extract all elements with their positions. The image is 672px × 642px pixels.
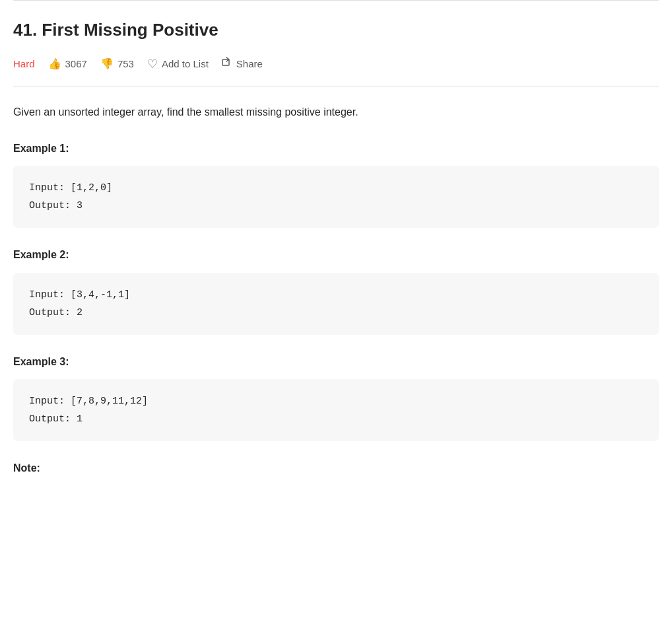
upvote-action[interactable]: 3067 [48, 55, 87, 73]
example3-title: Example 3: [13, 353, 659, 371]
description-section: Given an unsorted integer array, find th… [13, 87, 659, 482]
example2-title: Example 2: [13, 246, 659, 264]
problem-description: Given an unsorted integer array, find th… [13, 103, 659, 121]
downvote-action[interactable]: 753 [100, 55, 134, 73]
share-label: Share [236, 56, 263, 72]
heart-icon [147, 55, 158, 74]
upvote-count: 3067 [65, 56, 87, 72]
example2-output: Output: 2 [29, 304, 643, 322]
example1-input: Input: [1,2,0] [29, 179, 643, 197]
example1-title: Example 1: [13, 140, 659, 157]
example2-code-block: Input: [3,4,-1,1] Output: 2 [13, 273, 659, 335]
example1-code-block: Input: [1,2,0] Output: 3 [13, 166, 659, 228]
difficulty-badge[interactable]: Hard [13, 56, 35, 72]
example3-output: Output: 1 [29, 410, 643, 428]
thumb-up-icon [48, 55, 61, 73]
example1-output: Output: 3 [29, 197, 643, 215]
note-title: Note: [13, 460, 659, 477]
example3-input: Input: [7,8,9,11,12] [29, 392, 643, 410]
problem-title: 41. First Missing Positive [13, 1, 659, 55]
add-to-list-action[interactable]: Add to List [147, 55, 209, 74]
example3-code-block: Input: [7,8,9,11,12] Output: 1 [13, 379, 659, 441]
downvote-count: 753 [118, 56, 134, 72]
share-icon [222, 55, 232, 73]
add-to-list-label: Add to List [162, 56, 209, 72]
share-action[interactable]: Share [222, 55, 263, 73]
example2-input: Input: [3,4,-1,1] [29, 286, 643, 304]
thumb-down-icon [100, 55, 114, 73]
meta-row: Hard 3067 753 Add to List Share [13, 55, 659, 88]
